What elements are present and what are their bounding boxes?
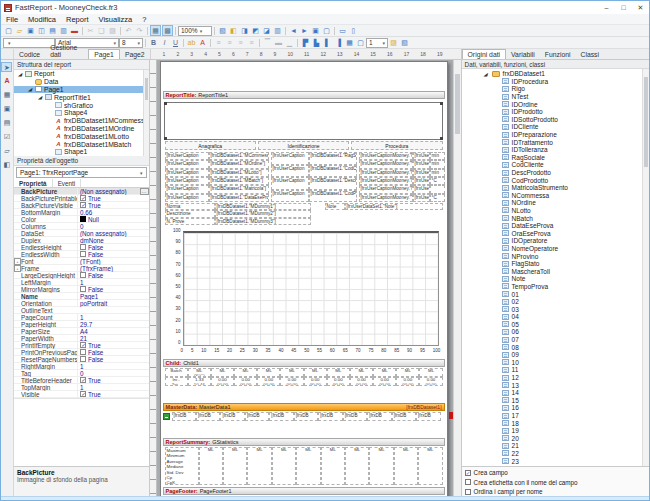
menu-item[interactable]: Report — [61, 15, 94, 24]
field-cell[interactable]: [frxDBDataset1."DescProdotto"] — [309, 177, 357, 190]
align-center-icon[interactable]: ≡ — [224, 38, 235, 48]
tree-item[interactable]: ReportTitle1 — [14, 93, 149, 101]
property-value[interactable]: 0.66 — [77, 209, 149, 216]
data-panel-tab[interactable]: Origini dati — [462, 49, 507, 59]
data-field-item[interactable]: NBatch — [462, 214, 649, 222]
maximize-button[interactable]: □ — [615, 1, 632, 14]
summary-labels[interactable]: Maximum Minimum Average Mediane Std. Dev… — [165, 447, 199, 485]
summary-column-cell[interactable]: ML — [199, 447, 223, 485]
open-report-icon[interactable]: ▱ — [14, 26, 25, 36]
checkbox-icon[interactable] — [465, 470, 471, 476]
checkbox-icon[interactable] — [80, 272, 86, 278]
summary-column-cell[interactable]: ML — [321, 447, 345, 485]
band-header-pagefooter[interactable]: PageFooter: PageFooter1 — [163, 487, 445, 495]
menu-item[interactable]: File — [1, 15, 23, 24]
copy-icon[interactable]: ❑ — [96, 26, 107, 36]
property-row[interactable]: Visible True — [14, 391, 149, 398]
data-field-item[interactable]: MatricolaStrumento — [462, 184, 649, 192]
caption-cell[interactable]: [frxUserCaption — [165, 185, 209, 193]
data-field-item[interactable]: 19 — [462, 427, 649, 435]
data-field-item[interactable]: IDProcedura — [462, 78, 649, 86]
field-cell[interactable]: [frxUse — [413, 177, 430, 185]
property-value[interactable]: 1 — [77, 279, 149, 286]
masterdata-cell[interactable]: [frxDB — [172, 412, 196, 421]
data-field-item[interactable]: IDOperatore — [462, 237, 649, 245]
data-field-item[interactable]: IDSottoProdotto — [462, 116, 649, 124]
object-selector[interactable]: Page1: TfrxReportPage ▾ — [16, 167, 147, 178]
text-object-icon[interactable]: A — [1, 76, 12, 86]
masterdata-cell[interactable]: [frxDB — [367, 412, 391, 421]
new-page-icon[interactable]: ▤ — [47, 26, 58, 36]
child-header-cell[interactable]: ML — [327, 368, 350, 377]
property-value[interactable]: True — [77, 342, 149, 349]
property-value[interactable]: (TFont) — [77, 258, 149, 265]
section-header-cell[interactable]: Anagrafica — [165, 141, 256, 150]
tree-item[interactable]: shGrafico — [14, 101, 149, 109]
summary-column-cell[interactable]: ML — [369, 447, 393, 485]
property-value[interactable]: 1 — [77, 384, 149, 391]
caption-cell[interactable]: [frxUserCaption — [165, 160, 209, 168]
center-vertically-icon[interactable]: ▢ — [321, 26, 332, 36]
child-header-cell[interactable]: ML — [280, 368, 303, 377]
summary-column-cell[interactable]: ML — [394, 447, 418, 485]
align-bottom-icon[interactable]: ▁ — [284, 38, 295, 48]
data-field-item[interactable]: 13 — [462, 381, 649, 389]
child-value-cell[interactable]: 0.00 00.00 — [373, 377, 396, 386]
redo-icon[interactable]: ↷ — [134, 26, 145, 36]
child-value-cell[interactable]: 0.00 00.00 — [327, 377, 350, 386]
info-value-cell[interactable]: [frxDBDataset1."MDummy2"] — [215, 210, 311, 217]
checkbox-icon[interactable] — [80, 342, 86, 348]
data-field-item[interactable]: 04 — [462, 313, 649, 321]
data-field-item[interactable]: 09 — [462, 351, 649, 359]
tree-item[interactable]: frxDBDataset1MLotto — [14, 132, 149, 140]
property-value[interactable]: dmNone — [77, 237, 149, 244]
frame-width-select[interactable]: 1▾ — [366, 38, 388, 48]
tree-item[interactable]: frxDBDataset1MOrdine — [14, 125, 149, 133]
menu-item[interactable]: Modifica — [23, 15, 61, 24]
data-field-item[interactable]: 23 — [462, 457, 649, 465]
note-label-cell[interactable]: Note — [325, 203, 345, 210]
data-field-item[interactable]: 18 — [462, 419, 649, 427]
data-field-item[interactable]: IDTolleranza — [462, 146, 649, 154]
bold-icon[interactable]: B — [148, 38, 159, 48]
data-field-item[interactable]: OraEseProva — [462, 229, 649, 237]
data-field-item[interactable]: NTest — [462, 93, 649, 101]
menu-item[interactable]: Visualizza — [94, 15, 138, 24]
data-field-item[interactable]: FlagStato — [462, 260, 649, 268]
caption-cell[interactable]: [frxUserCaption — [271, 165, 309, 178]
caption-cell[interactable]: [frxUserCaption — [271, 190, 309, 203]
property-value[interactable]: (Non assegnato) — [77, 230, 149, 237]
property-value[interactable]: True — [77, 377, 149, 384]
close-button[interactable]: ✕ — [632, 1, 649, 14]
tree-item[interactable]: Page1 — [14, 86, 149, 94]
checkbox-icon[interactable] — [80, 244, 86, 250]
design-scrollbar[interactable] — [453, 60, 461, 496]
data-field-item[interactable]: NProvino — [462, 252, 649, 260]
info-label-cell[interactable]: Descrizione — [165, 210, 215, 217]
data-field-item[interactable]: NomeOperatore — [462, 245, 649, 253]
child-value-cell[interactable]: 0.00 00.00 — [234, 377, 257, 386]
cut-icon[interactable]: ✂ — [85, 26, 96, 36]
report-settings-icon[interactable]: ▥ — [272, 26, 283, 36]
data-field-item[interactable]: 16 — [462, 404, 649, 412]
field-cell[interactable]: [frxUse — [413, 194, 430, 202]
checkbox-icon[interactable] — [80, 216, 86, 222]
mooney-chart[interactable]: 1009080706050403020100 05101520253035404… — [169, 229, 441, 355]
child-value-cell[interactable]: 0.00 00.00 — [257, 377, 280, 386]
data-field-item[interactable]: 22 — [462, 450, 649, 458]
picture-object-icon[interactable]: ▣ — [1, 104, 12, 114]
data-field-item[interactable]: 24 — [462, 465, 649, 466]
checkbox-object-icon[interactable]: ☑ — [1, 132, 12, 142]
tree-item[interactable]: Shape1 — [14, 148, 149, 156]
child-header-cell[interactable]: ML — [350, 368, 373, 377]
group-icon[interactable]: ▧ — [217, 26, 228, 36]
tree-item[interactable]: Shape4 — [14, 109, 149, 117]
field-cell[interactable]: [frxDBDataset1."CodCliente"] — [309, 165, 357, 178]
highlight-color-icon[interactable]: ab — [186, 38, 197, 48]
caption-cell[interactable]: [frxUserCaptionMooney."Te — [359, 194, 413, 202]
field-cell[interactable]: [frxDBDataset1."MOrdine"] — [209, 160, 269, 168]
child-header-cell[interactable]: ML — [419, 368, 442, 377]
unit-cell[interactable]: °C — [430, 194, 445, 202]
align-right-icon[interactable]: ≡ — [235, 38, 246, 48]
field-cell[interactable]: [frxUse — [413, 169, 430, 177]
